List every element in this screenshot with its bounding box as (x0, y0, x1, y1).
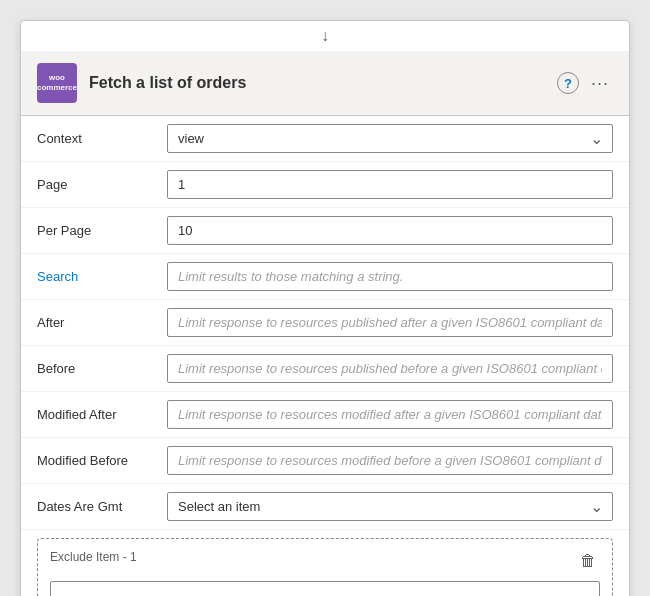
exclude-delete-icon[interactable]: 🗑 (576, 549, 600, 573)
search-input[interactable] (167, 262, 613, 291)
field-row-dates-are-gmt: Dates Are Gmt Select an item True False (21, 484, 629, 530)
modified-before-input-wrapper (167, 446, 613, 475)
more-menu-icon[interactable]: ··· (587, 71, 613, 96)
page-input-wrapper (167, 170, 613, 199)
modified-after-input-wrapper (167, 400, 613, 429)
page-label: Page (37, 177, 167, 192)
dates-are-gmt-select-wrapper: Select an item True False (167, 492, 613, 521)
woo-logo: woocommerce (37, 63, 77, 103)
page-title: Fetch a list of orders (89, 74, 545, 92)
field-row-after: After (21, 300, 629, 346)
connector-arrow-top: ↓ (21, 21, 629, 51)
before-label: Before (37, 361, 167, 376)
card-body: Context view edit Page Per Page Sear (21, 116, 629, 596)
before-input[interactable] (167, 354, 613, 383)
field-row-per-page: Per Page (21, 208, 629, 254)
after-input[interactable] (167, 308, 613, 337)
after-label: After (37, 315, 167, 330)
field-row-search: Search (21, 254, 629, 300)
before-input-wrapper (167, 354, 613, 383)
context-select-wrapper: view edit (167, 124, 613, 153)
fetch-orders-card: ↓ woocommerce Fetch a list of orders ? ·… (20, 20, 630, 596)
search-label: Search (37, 269, 167, 284)
page-input[interactable] (167, 170, 613, 199)
dates-are-gmt-label: Dates Are Gmt (37, 499, 167, 514)
field-row-modified-before: Modified Before (21, 438, 629, 484)
exclude-section-header: Exclude Item - 1 🗑 (50, 549, 600, 573)
per-page-label: Per Page (37, 223, 167, 238)
per-page-input-wrapper (167, 216, 613, 245)
modified-after-input[interactable] (167, 400, 613, 429)
per-page-input[interactable] (167, 216, 613, 245)
modified-after-label: Modified After (37, 407, 167, 422)
logo-text: woocommerce (37, 73, 77, 92)
exclude-section-label: Exclude Item - 1 (50, 550, 137, 564)
modified-before-label: Modified Before (37, 453, 167, 468)
exclude-item-input[interactable] (50, 581, 600, 596)
help-icon[interactable]: ? (557, 72, 579, 94)
context-select[interactable]: view edit (167, 124, 613, 153)
dates-are-gmt-select[interactable]: Select an item True False (167, 492, 613, 521)
field-row-page: Page (21, 162, 629, 208)
card-header: woocommerce Fetch a list of orders ? ··· (21, 51, 629, 116)
field-row-before: Before (21, 346, 629, 392)
modified-before-input[interactable] (167, 446, 613, 475)
exclude-section: Exclude Item - 1 🗑 + Add new item (37, 538, 613, 596)
field-row-modified-after: Modified After (21, 392, 629, 438)
after-input-wrapper (167, 308, 613, 337)
search-input-wrapper (167, 262, 613, 291)
header-actions: ? ··· (557, 71, 613, 96)
field-row-context: Context view edit (21, 116, 629, 162)
context-label: Context (37, 131, 167, 146)
